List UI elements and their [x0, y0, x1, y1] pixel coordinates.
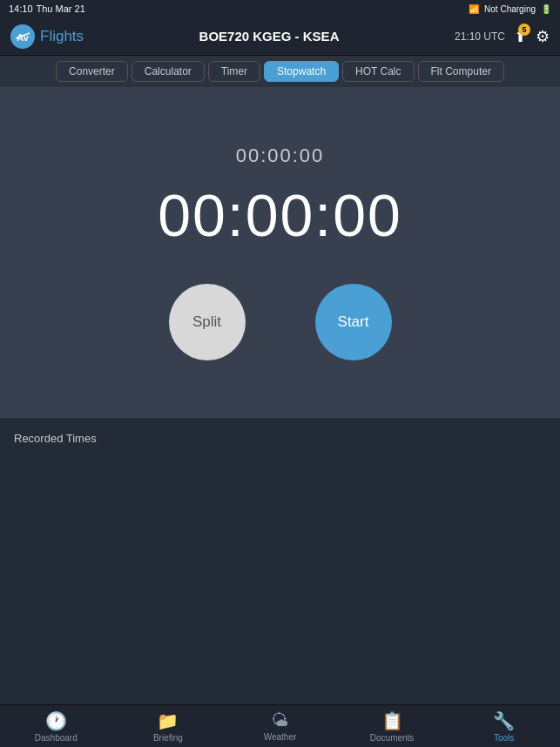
share-button[interactable]: ⬆ 5	[514, 27, 527, 46]
nav-bar: Av Flights BOE720 KGEG - KSEA 21:10 UTC …	[0, 17, 560, 56]
stopwatch-buttons: Split Start	[169, 284, 392, 360]
bottom-tab-documents[interactable]: 📋 Documents	[336, 710, 449, 743]
stopwatch-area: 00:00:00 00:00:00 Split Start	[0, 87, 560, 418]
tab-converter[interactable]: Converter	[56, 61, 128, 82]
weather-icon: 🌤	[271, 710, 288, 730]
wifi-icon: 📶	[469, 4, 479, 14]
start-button[interactable]: Start	[315, 284, 392, 360]
weather-label: Weather	[264, 732, 297, 742]
status-bar: 14:10 Thu Mar 21 📶 Not Charging 🔋	[0, 0, 560, 17]
battery-label: Not Charging	[484, 4, 536, 14]
documents-label: Documents	[370, 733, 415, 743]
tools-label: Tools	[494, 733, 514, 743]
tab-bar: Converter Calculator Timer Stopwatch HOT…	[0, 56, 560, 87]
recorded-times-area: Recorded Times	[0, 418, 560, 704]
stopwatch-large-display: 00:00:00	[158, 181, 402, 249]
badge-count: 5	[518, 24, 530, 36]
status-left: 14:10 Thu Mar 21	[9, 3, 85, 14]
tools-icon: 🔧	[493, 710, 515, 731]
flight-id: BOE720	[199, 29, 250, 44]
nav-title-center: BOE720 KGEG - KSEA	[84, 29, 455, 44]
status-time: 14:10	[9, 3, 33, 14]
status-day: Thu Mar 21	[37, 3, 85, 14]
back-label[interactable]: Flights	[40, 28, 84, 45]
briefing-label: Briefing	[153, 733, 183, 743]
nav-logo: Av	[10, 24, 35, 49]
bottom-tab-dashboard[interactable]: 🕐 Dashboard	[0, 710, 112, 743]
nav-right: 21:10 UTC ⬆ 5 ⚙	[455, 27, 550, 46]
tab-stopwatch[interactable]: Stopwatch	[264, 61, 339, 82]
main-content: 00:00:00 00:00:00 Split Start Recorded T…	[0, 87, 560, 704]
tab-hot-calc[interactable]: HOT Calc	[342, 61, 414, 82]
bottom-tab-bar: 🕐 Dashboard 📁 Briefing 🌤 Weather 📋 Docum…	[0, 704, 560, 747]
stopwatch-small-display: 00:00:00	[236, 145, 325, 167]
battery-icon: 🔋	[541, 4, 551, 14]
nav-left[interactable]: Av Flights	[10, 24, 84, 49]
bottom-tab-tools[interactable]: 🔧 Tools	[448, 710, 560, 743]
recorded-times-label: Recorded Times	[14, 432, 97, 445]
status-right: 📶 Not Charging 🔋	[469, 4, 551, 14]
nav-utc-time: 21:10 UTC	[455, 30, 505, 43]
bottom-tab-weather[interactable]: 🌤 Weather	[224, 710, 336, 742]
tab-calculator[interactable]: Calculator	[132, 61, 205, 82]
settings-button[interactable]: ⚙	[536, 27, 550, 46]
briefing-icon: 📁	[157, 710, 179, 731]
flight-route: KGEG - KSEA	[253, 29, 339, 44]
tab-timer[interactable]: Timer	[208, 61, 260, 82]
dashboard-label: Dashboard	[35, 733, 78, 743]
settings-icon: ⚙	[536, 27, 550, 46]
dashboard-icon: 🕐	[45, 710, 67, 731]
documents-icon: 📋	[381, 710, 403, 731]
bottom-tab-briefing[interactable]: 📁 Briefing	[112, 710, 225, 743]
split-button[interactable]: Split	[169, 284, 246, 360]
tab-flt-computer[interactable]: Flt Computer	[418, 61, 504, 82]
